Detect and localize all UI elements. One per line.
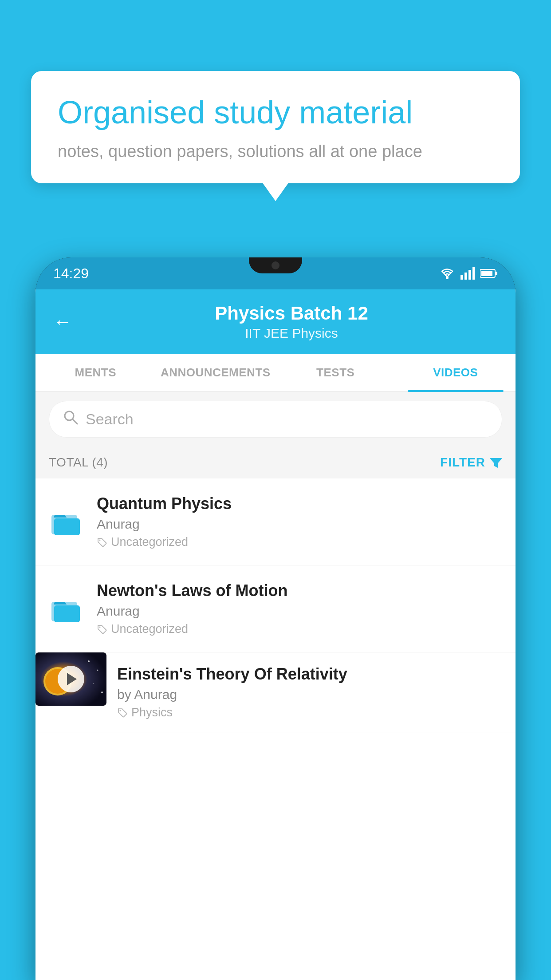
- search-icon: [63, 409, 79, 429]
- list-item[interactable]: Quantum Physics Anurag Uncategorized: [35, 478, 516, 565]
- svg-point-0: [446, 277, 449, 279]
- svg-rect-15: [54, 605, 80, 622]
- video-title: Newton's Laws of Motion: [97, 581, 502, 600]
- svg-rect-7: [481, 271, 492, 276]
- header-main-title: Physics Batch 12: [85, 303, 498, 324]
- speech-bubble-title: Organised study material: [58, 93, 493, 131]
- battery-icon: [480, 269, 498, 278]
- video-author: Anurag: [97, 517, 502, 532]
- video-tag: Uncategorized: [97, 622, 502, 636]
- header-subtitle: IIT JEE Physics: [85, 326, 498, 341]
- tag-icon: [97, 624, 107, 635]
- svg-point-19: [97, 670, 98, 671]
- speech-bubble-subtitle: notes, question papers, solutions all at…: [58, 142, 493, 161]
- search-container: Search: [35, 392, 516, 447]
- list-item[interactable]: Newton's Laws of Motion Anurag Uncategor…: [35, 565, 516, 652]
- play-triangle-icon: [67, 673, 77, 685]
- filter-label: FILTER: [440, 455, 485, 470]
- status-icons: [439, 267, 498, 280]
- list-item[interactable]: Einstein's Theory Of Relativity by Anura…: [35, 652, 516, 732]
- svg-point-24: [120, 710, 121, 711]
- folder-icon: [49, 591, 84, 627]
- video-info: Quantum Physics Anurag Uncategorized: [97, 494, 502, 549]
- filter-bar: TOTAL (4) FILTER: [35, 447, 516, 478]
- svg-rect-1: [460, 275, 463, 280]
- phone-notch: [249, 257, 302, 273]
- video-author: by Anurag: [117, 687, 505, 702]
- status-time: 14:29: [53, 265, 89, 282]
- video-author: Anurag: [97, 604, 502, 619]
- status-bar: 14:29: [35, 257, 516, 289]
- tab-announcements[interactable]: ANNOUNCEMENTS: [156, 354, 276, 391]
- filter-icon: [490, 456, 502, 469]
- camera: [272, 261, 279, 269]
- total-count-label: TOTAL (4): [49, 455, 108, 470]
- svg-point-16: [99, 626, 101, 628]
- video-title: Einstein's Theory Of Relativity: [117, 665, 505, 684]
- svg-point-21: [101, 692, 103, 693]
- folder-icon: [49, 504, 84, 540]
- wifi-icon: [439, 267, 455, 280]
- play-button[interactable]: [58, 666, 84, 692]
- video-title: Quantum Physics: [97, 494, 502, 513]
- tab-ments[interactable]: MENTS: [35, 354, 156, 391]
- content-area: Quantum Physics Anurag Uncategorized: [35, 478, 516, 732]
- svg-line-9: [73, 419, 77, 424]
- svg-rect-3: [468, 270, 471, 280]
- phone-screen: ← Physics Batch 12 IIT JEE Physics MENTS…: [35, 289, 516, 980]
- svg-rect-2: [464, 273, 467, 280]
- svg-point-20: [93, 683, 94, 684]
- video-info: Newton's Laws of Motion Anurag Uncategor…: [97, 581, 502, 636]
- svg-point-18: [88, 660, 90, 662]
- tab-videos[interactable]: VIDEOS: [396, 354, 516, 391]
- header-title-block: Physics Batch 12 IIT JEE Physics: [85, 303, 498, 341]
- app-header: ← Physics Batch 12 IIT JEE Physics: [35, 289, 516, 354]
- video-tag: Physics: [117, 706, 505, 719]
- tab-tests[interactable]: TESTS: [276, 354, 396, 391]
- phone-frame: 14:29 ←: [35, 257, 516, 980]
- signal-icon: [460, 267, 475, 280]
- svg-rect-6: [496, 272, 497, 275]
- thumbnail-bg: [35, 652, 106, 706]
- svg-rect-12: [54, 518, 80, 535]
- svg-marker-10: [490, 458, 502, 468]
- back-button[interactable]: ←: [53, 311, 72, 332]
- svg-point-13: [99, 539, 101, 541]
- video-thumbnail: [35, 652, 106, 706]
- filter-button[interactable]: FILTER: [440, 455, 502, 470]
- search-bar[interactable]: Search: [49, 401, 502, 438]
- video-tag: Uncategorized: [97, 535, 502, 549]
- tag-icon: [117, 707, 128, 718]
- speech-bubble: Organised study material notes, question…: [31, 71, 520, 183]
- video-info: Einstein's Theory Of Relativity by Anura…: [106, 652, 516, 732]
- search-placeholder: Search: [86, 411, 134, 428]
- svg-rect-4: [472, 267, 475, 280]
- tag-icon: [97, 537, 107, 548]
- tab-bar: MENTS ANNOUNCEMENTS TESTS VIDEOS: [35, 354, 516, 392]
